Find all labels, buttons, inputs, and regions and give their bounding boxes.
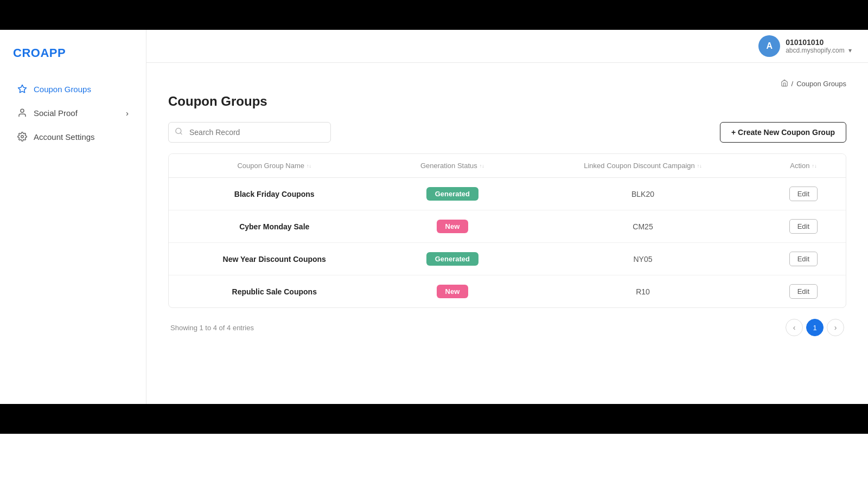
sidebar: CROAPP Coupon Groups Social Proof ›	[0, 30, 146, 404]
breadcrumb-separator: /	[792, 80, 794, 88]
sidebar-item-coupon-groups[interactable]: Coupon Groups	[4, 78, 142, 100]
edit-button[interactable]: Edit	[789, 284, 818, 299]
top-bar	[0, 0, 868, 30]
user-name: 010101010	[786, 38, 852, 47]
logo: CROAPP	[0, 46, 146, 76]
row-status: New	[380, 275, 525, 308]
breadcrumb-current: Coupon Groups	[796, 80, 846, 88]
edit-button[interactable]: Edit	[789, 187, 818, 201]
status-badge: Generated	[426, 252, 478, 266]
coupon-groups-table: Coupon Group Name ↑↓ Generation Status ↑…	[168, 153, 846, 308]
chevron-icon: ›	[126, 108, 129, 118]
search-icon	[175, 127, 183, 138]
star-icon	[17, 84, 27, 94]
pagination-controls: ‹ 1 ›	[786, 319, 844, 336]
sidebar-nav: Coupon Groups Social Proof › Account Set…	[0, 78, 146, 148]
sort-icon-campaign[interactable]: ↑↓	[697, 163, 702, 169]
row-name: New Year Discount Coupons	[169, 243, 380, 275]
sidebar-item-account-settings[interactable]: Account Settings	[4, 125, 142, 148]
row-campaign: BLK20	[525, 178, 761, 210]
pagination-prev[interactable]: ‹	[786, 319, 803, 336]
col-header-campaign: Linked Coupon Discount Campaign ↑↓	[525, 154, 761, 178]
status-badge: New	[437, 285, 469, 298]
user-icon	[17, 108, 27, 118]
row-name: Cyber Monday Sale	[169, 210, 380, 243]
row-name: Republic Sale Coupons	[169, 275, 380, 308]
pagination-row: Showing 1 to 4 of 4 entries ‹ 1 ›	[168, 319, 846, 336]
create-coupon-group-button[interactable]: + Create New Coupon Group	[720, 122, 846, 143]
row-campaign: CM25	[525, 210, 761, 243]
header: A 010101010 abcd.myshopify.com ▾	[146, 30, 868, 63]
sort-icon-name[interactable]: ↑↓	[307, 163, 311, 169]
col-header-status: Generation Status ↑↓	[380, 154, 525, 178]
sidebar-item-social-proof[interactable]: Social Proof ›	[4, 101, 142, 124]
row-status: Generated	[380, 178, 525, 210]
page-title: Coupon Groups	[168, 94, 846, 109]
sort-icon-action[interactable]: ↑↓	[812, 163, 816, 169]
sidebar-label-social-proof: Social Proof	[34, 108, 78, 118]
svg-line-4	[180, 133, 182, 134]
row-action: Edit	[761, 275, 846, 308]
row-name: Black Friday Coupons	[169, 178, 380, 210]
col-header-name: Coupon Group Name ↑↓	[169, 154, 380, 178]
sidebar-label-account-settings: Account Settings	[34, 132, 95, 142]
table-row: Black Friday Coupons Generated BLK20 Edi…	[169, 178, 846, 210]
table-row: New Year Discount Coupons Generated NY05…	[169, 243, 846, 275]
row-status: New	[380, 210, 525, 243]
pagination-info: Showing 1 to 4 of 4 entries	[170, 324, 254, 332]
dropdown-arrow: ▾	[848, 47, 852, 54]
row-action: Edit	[761, 178, 846, 210]
sidebar-label-coupon-groups: Coupon Groups	[34, 85, 91, 94]
user-info[interactable]: A 010101010 abcd.myshopify.com ▾	[758, 35, 852, 57]
user-details: 010101010 abcd.myshopify.com ▾	[786, 38, 852, 54]
row-action: Edit	[761, 210, 846, 243]
row-campaign: R10	[525, 275, 761, 308]
row-status: Generated	[380, 243, 525, 275]
row-campaign: NY05	[525, 243, 761, 275]
user-shop: abcd.myshopify.com ▾	[786, 47, 852, 54]
table-row: Cyber Monday Sale New CM25 Edit	[169, 210, 846, 243]
sort-icon-status[interactable]: ↑↓	[480, 163, 484, 169]
search-wrap	[168, 122, 331, 143]
search-input[interactable]	[168, 122, 331, 143]
svg-point-2	[21, 136, 24, 138]
pagination-page-1[interactable]: 1	[806, 319, 824, 336]
edit-button[interactable]: Edit	[789, 252, 818, 266]
svg-marker-0	[18, 85, 27, 93]
status-badge: New	[437, 220, 469, 233]
edit-button[interactable]: Edit	[789, 219, 818, 234]
breadcrumb: / Coupon Groups	[168, 79, 846, 88]
gear-icon	[17, 132, 27, 142]
avatar: A	[758, 35, 780, 57]
home-icon	[781, 79, 788, 88]
status-badge: Generated	[426, 187, 478, 201]
toolbar: + Create New Coupon Group	[168, 122, 846, 143]
col-header-action: Action ↑↓	[761, 154, 846, 178]
table-header-row: Coupon Group Name ↑↓ Generation Status ↑…	[169, 154, 846, 178]
page-content: / Coupon Groups Coupon Groups + Create N…	[146, 63, 868, 404]
svg-point-1	[21, 109, 24, 112]
bottom-bar	[0, 404, 868, 434]
table-row: Republic Sale Coupons New R10 Edit	[169, 275, 846, 308]
row-action: Edit	[761, 243, 846, 275]
pagination-next[interactable]: ›	[827, 319, 844, 336]
